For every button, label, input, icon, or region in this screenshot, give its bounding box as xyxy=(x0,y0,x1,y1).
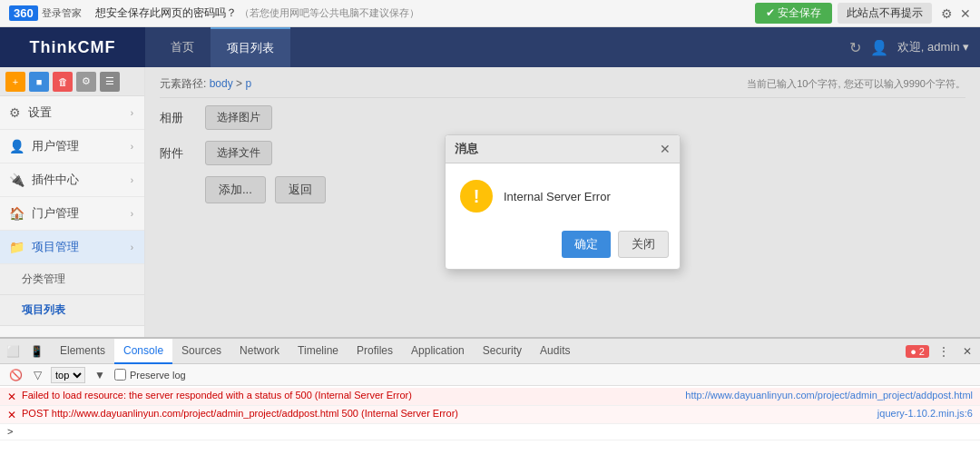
projects-menu-icon: 📁 xyxy=(9,240,24,254)
modal-close-x-button[interactable]: ✕ xyxy=(660,142,671,156)
devtools-tab-sources[interactable]: Sources xyxy=(172,339,230,364)
save-password-button[interactable]: ✔ 安全保存 xyxy=(755,3,832,24)
brand-360: 360 登录管家 xyxy=(9,5,82,21)
chevron-right-icon: › xyxy=(131,108,133,118)
sidebar-tool-edit[interactable]: ■ xyxy=(29,72,49,92)
sidebar-menu: ⚙ 设置 › 👤 用户管理 › 🔌 插件中心 › 🏠 门户管理 › 📁 xyxy=(0,96,144,326)
header-right: ↻ 👤 欢迎, admin ▾ xyxy=(849,39,980,56)
modal-dialog: 消息 ✕ ! Internal Server Error 确定 关闭 xyxy=(445,134,681,270)
user-avatar-icon: 👤 xyxy=(870,39,888,56)
devtools-tab-application[interactable]: Application xyxy=(402,339,474,364)
devtools-panel: ⬜ 📱 Elements Console Sources Network Tim… xyxy=(0,337,980,455)
sidebar: + ■ 🗑 ⚙ ☰ ⚙ 设置 › 👤 用户管理 › 🔌 插件中心 › xyxy=(0,67,145,337)
close-topbar-icon[interactable]: ✕ xyxy=(960,6,971,21)
modal-close-button[interactable]: 关闭 xyxy=(618,231,669,258)
sidebar-tool-list[interactable]: ☰ xyxy=(100,72,120,92)
preserve-log-label: Preserve log xyxy=(114,369,186,381)
modal-confirm-button[interactable]: 确定 xyxy=(562,231,611,258)
console-clear-icon[interactable]: 🚫 xyxy=(7,367,24,383)
console-level-select[interactable]: top xyxy=(51,367,85,383)
console-output: ✕ Failed to load resource: the server re… xyxy=(0,386,980,455)
nav-tab-projects[interactable]: 项目列表 xyxy=(211,27,290,67)
devtools-tab-console[interactable]: Console xyxy=(114,339,172,364)
chevron-right-icon: › xyxy=(131,242,133,252)
sidebar-item-settings[interactable]: ⚙ 设置 › xyxy=(0,96,144,130)
modal-overlay: 消息 ✕ ! Internal Server Error 确定 关闭 xyxy=(145,67,980,337)
console-prompt-line[interactable]: > xyxy=(0,424,980,440)
plugins-menu-icon: 🔌 xyxy=(9,173,24,187)
console-filter-icon[interactable]: ▽ xyxy=(32,367,44,383)
users-menu-icon: 👤 xyxy=(9,139,24,153)
portal-menu-icon: 🏠 xyxy=(9,206,24,221)
devtools-tab-network[interactable]: Network xyxy=(230,339,289,364)
console-input[interactable] xyxy=(16,426,19,437)
sidebar-tool-add[interactable]: + xyxy=(5,72,25,92)
devtools-inspect-icon[interactable]: ⬜ xyxy=(4,342,22,361)
devtools-close-icon[interactable]: ✕ xyxy=(958,342,976,361)
devtools-console-toolbar: 🚫 ▽ top ▼ Preserve log xyxy=(0,364,980,386)
devtools-tab-elements[interactable]: Elements xyxy=(51,339,114,364)
console-line-url-2[interactable]: jquery-1.10.2.min.js:6 xyxy=(877,408,973,419)
console-line-text-2: POST http://www.dayuanlinyun.com/project… xyxy=(22,408,868,419)
sidebar-item-plugins[interactable]: 🔌 插件中心 › xyxy=(0,163,144,197)
warning-icon: ! xyxy=(460,180,493,213)
save-password-message: 想安全保存此网页的密码吗？ （若您使用网吧等公共电脑不建议保存） xyxy=(95,5,746,21)
preserve-log-checkbox[interactable] xyxy=(114,369,126,381)
devtools-more-icon[interactable]: ⋮ xyxy=(935,342,953,361)
error-icon-1: ✕ xyxy=(7,391,16,403)
refresh-icon[interactable]: ↻ xyxy=(849,39,861,56)
brand-360-text: 360 xyxy=(9,5,38,21)
main-content: 元素路径: body > p 当前已输入10个字符, 您还可以输入9990个字符… xyxy=(145,67,980,337)
console-line-url-1[interactable]: http://www.dayuanlinyun.com/project/admi… xyxy=(685,390,973,401)
modal-title: 消息 xyxy=(455,141,478,157)
header-nav: 首页 项目列表 xyxy=(154,27,290,67)
sidebar-subitem-categories[interactable]: 分类管理 xyxy=(0,264,144,295)
devtools-device-icon[interactable]: 📱 xyxy=(27,342,45,361)
console-down-icon[interactable]: ▼ xyxy=(93,367,107,383)
devtools-tab-timeline[interactable]: Timeline xyxy=(289,339,348,364)
settings-icon[interactable]: ⚙ xyxy=(941,6,953,21)
brand-tagline: 登录管家 xyxy=(42,6,82,20)
sidebar-item-projects[interactable]: 📁 项目管理 › xyxy=(0,231,144,264)
sidebar-tool-settings[interactable]: ⚙ xyxy=(76,72,96,92)
devtools-error-count: ● 2 xyxy=(906,345,929,358)
sidebar-item-users[interactable]: 👤 用户管理 › xyxy=(0,130,144,163)
sidebar-toolbar: + ■ 🗑 ⚙ ☰ xyxy=(0,67,144,96)
user-welcome[interactable]: 欢迎, admin ▾ xyxy=(897,39,969,55)
body-layout: + ■ 🗑 ⚙ ☰ ⚙ 设置 › 👤 用户管理 › 🔌 插件中心 › xyxy=(0,67,980,337)
top-password-bar: 360 登录管家 想安全保存此网页的密码吗？ （若您使用网吧等公共电脑不建议保存… xyxy=(0,0,980,27)
logo: ThinkCMF xyxy=(0,27,145,67)
devtools-tab-profiles[interactable]: Profiles xyxy=(348,339,402,364)
chevron-right-icon: › xyxy=(131,209,133,219)
settings-menu-icon: ⚙ xyxy=(9,105,21,120)
sidebar-submenu-projects: 分类管理 项目列表 xyxy=(0,264,144,326)
devtools-left-icons: ⬜ 📱 xyxy=(4,342,45,361)
devtools-tabs-bar: ⬜ 📱 Elements Console Sources Network Tim… xyxy=(0,339,980,364)
chevron-right-icon: › xyxy=(131,142,133,152)
chevron-right-icon: › xyxy=(131,175,133,185)
error-icon-2: ✕ xyxy=(7,409,16,421)
devtools-tab-security[interactable]: Security xyxy=(474,339,531,364)
sidebar-tool-delete[interactable]: 🗑 xyxy=(53,72,73,92)
modal-footer: 确定 关闭 xyxy=(446,223,680,269)
console-line-1: ✕ Failed to load resource: the server re… xyxy=(0,388,980,406)
modal-header: 消息 ✕ xyxy=(446,135,680,163)
modal-error-message: Internal Server Error xyxy=(504,190,611,203)
sidebar-item-portal[interactable]: 🏠 门户管理 › xyxy=(0,197,144,231)
modal-body: ! Internal Server Error xyxy=(446,163,680,223)
no-remind-button[interactable]: 此站点不再提示 xyxy=(838,3,932,24)
devtools-tab-audits[interactable]: Audits xyxy=(531,339,579,364)
sidebar-subitem-list[interactable]: 项目列表 xyxy=(0,295,144,326)
main-header: ThinkCMF 首页 项目列表 ↻ 👤 欢迎, admin ▾ xyxy=(0,27,980,67)
topbar-icons: ⚙ ✕ xyxy=(941,6,971,21)
console-caret: > xyxy=(7,426,13,437)
console-line-text-1: Failed to load resource: the server resp… xyxy=(22,390,676,401)
devtools-right-controls: ● 2 ⋮ ✕ xyxy=(906,342,976,361)
nav-tab-home[interactable]: 首页 xyxy=(154,27,211,67)
console-line-2: ✕ POST http://www.dayuanlinyun.com/proje… xyxy=(0,406,980,424)
